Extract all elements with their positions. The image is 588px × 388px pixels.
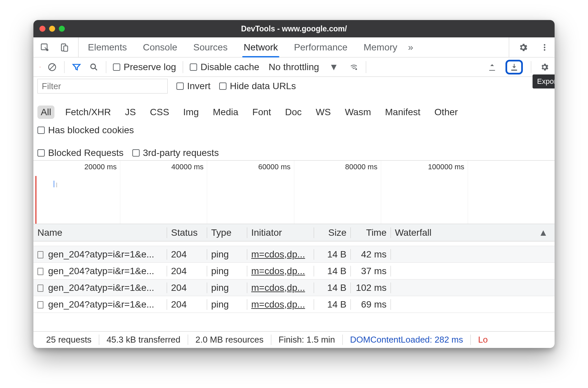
filter-type-font[interactable]: Font (249, 106, 274, 119)
table-row[interactable] (33, 241, 555, 246)
throttling-caret-icon[interactable]: ▼ (328, 62, 339, 72)
filter-type-fetch-xhr[interactable]: Fetch/XHR (62, 106, 114, 119)
cell-type: ping (207, 282, 247, 293)
tab-memory[interactable]: Memory (363, 37, 397, 57)
cell-status: 204 (167, 299, 207, 310)
requests-table-header: Name Status Type Initiator Size Time Wat… (33, 224, 555, 241)
status-dcl: DOMContentLoaded: 282 ms (343, 335, 471, 345)
window-titlebar: DevTools - www.google.com/ (33, 20, 555, 37)
invert-label: Invert (187, 81, 210, 91)
third-party-checkbox[interactable]: 3rd-party requests (132, 148, 219, 158)
col-time[interactable]: Time (351, 227, 391, 238)
table-row[interactable]: gen_204?atyp=i&r=1&e...204pingm=cdos,dp.… (33, 246, 555, 263)
cell-size: 14 B (314, 282, 351, 293)
filter-type-ws[interactable]: WS (312, 106, 334, 119)
filter-type-doc[interactable]: Doc (282, 106, 305, 119)
disable-cache-checkbox[interactable]: Disable cache (190, 62, 259, 72)
status-transferred: 45.3 kB transferred (99, 335, 188, 345)
window-title: DevTools - www.google.com/ (33, 24, 555, 33)
has-blocked-cookies-label: Has blocked cookies (48, 125, 134, 136)
timeline-bar (53, 181, 54, 187)
disable-cache-label: Disable cache (200, 62, 259, 72)
timeline-bar (56, 183, 57, 187)
filter-type-img[interactable]: Img (180, 106, 202, 119)
timeline-tick: 80000 ms (345, 163, 378, 171)
hide-data-urls-label: Hide data URLs (230, 81, 296, 91)
filter-type-js[interactable]: JS (122, 106, 139, 119)
table-row[interactable]: gen_204?atyp=i&r=1&e...204pingm=cdos,dp.… (33, 296, 555, 313)
col-size[interactable]: Size (314, 227, 351, 238)
status-finish: Finish: 1.5 min (271, 335, 343, 345)
col-waterfall[interactable]: Waterfall▲ (391, 227, 555, 238)
throttling-select[interactable]: No throttling (269, 62, 319, 72)
cell-type: ping (207, 249, 247, 260)
timeline-cursor (35, 176, 36, 224)
table-row[interactable]: gen_204?atyp=i&r=1&e...204pingm=cdos,dp.… (33, 263, 555, 279)
timeline-tick: 40000 ms (171, 163, 204, 171)
timeline-overview[interactable]: 20000 ms40000 ms60000 ms80000 ms100000 m… (33, 161, 555, 224)
filter-type-other[interactable]: Other (431, 106, 461, 119)
tab-elements[interactable]: Elements (88, 37, 127, 57)
filter-type-wasm[interactable]: Wasm (341, 106, 374, 119)
filter-type-css[interactable]: CSS (147, 106, 173, 119)
file-icon (37, 251, 43, 258)
preserve-log-checkbox[interactable]: Preserve log (113, 62, 176, 72)
settings-gear-icon[interactable] (517, 41, 529, 53)
status-resources: 2.0 MB resources (188, 335, 271, 345)
tab-sources[interactable]: Sources (193, 37, 228, 57)
cell-initiator[interactable]: m=cdos,dp... (251, 266, 305, 276)
filter-bar: Invert Hide data URLs AllFetch/XHRJSCSSI… (33, 77, 555, 161)
filter-input[interactable] (37, 79, 168, 93)
network-settings-gear-icon[interactable] (539, 62, 550, 72)
tab-performance[interactable]: Performance (294, 37, 347, 57)
svg-point-4 (544, 46, 546, 48)
status-bar: 25 requests 45.3 kB transferred 2.0 MB r… (33, 331, 555, 348)
timeline-tick: 60000 ms (258, 163, 291, 171)
filter-type-manifest[interactable]: Manifest (382, 106, 424, 119)
separator (183, 61, 183, 73)
cell-status: 204 (167, 266, 207, 276)
table-row[interactable]: gen_204?atyp=i&r=1&e...204pingm=cdos,dp.… (33, 279, 555, 296)
import-har-icon[interactable] (487, 62, 497, 72)
tab-console[interactable]: Console (143, 37, 177, 57)
separator (531, 61, 531, 73)
blocked-requests-label: Blocked Requests (48, 148, 124, 158)
hide-data-urls-checkbox[interactable]: Hide data URLs (219, 81, 296, 91)
tab-network[interactable]: Network (244, 37, 278, 57)
main-tabbar: ElementsConsoleSourcesNetworkPerformance… (33, 37, 555, 57)
device-toolbar-icon[interactable] (58, 41, 70, 53)
has-blocked-cookies-checkbox[interactable]: Has blocked cookies (37, 125, 134, 136)
export-har-button[interactable] (505, 60, 523, 74)
filter-funnel-icon[interactable] (71, 62, 82, 72)
network-conditions-icon[interactable] (348, 62, 359, 72)
col-type[interactable]: Type (207, 227, 247, 238)
cell-initiator[interactable]: m=cdos,dp... (251, 249, 305, 259)
cell-name: gen_204?atyp=i&r=1&e... (48, 249, 154, 259)
kebab-menu-icon[interactable] (539, 41, 551, 53)
timeline-tick: 20000 ms (85, 163, 117, 171)
more-tabs-icon[interactable]: » (408, 42, 413, 53)
filter-type-all[interactable]: All (37, 106, 54, 119)
file-icon (37, 301, 43, 309)
status-requests: 25 requests (39, 335, 99, 345)
file-icon (37, 268, 43, 275)
blocked-requests-checkbox[interactable]: Blocked Requests (37, 148, 124, 158)
filter-type-media[interactable]: Media (209, 106, 242, 119)
cell-initiator[interactable]: m=cdos,dp... (251, 282, 305, 293)
separator (366, 61, 366, 73)
clear-log-icon[interactable] (47, 62, 57, 72)
cell-initiator[interactable]: m=cdos,dp... (251, 299, 305, 310)
col-name[interactable]: Name (33, 227, 167, 238)
invert-checkbox[interactable]: Invert (176, 81, 210, 91)
cell-size: 14 B (314, 249, 351, 260)
separator (64, 61, 64, 73)
sort-asc-icon: ▲ (539, 227, 548, 238)
svg-point-8 (355, 68, 357, 70)
col-initiator[interactable]: Initiator (247, 227, 314, 238)
col-status[interactable]: Status (167, 227, 207, 238)
svg-point-5 (544, 49, 546, 51)
search-icon[interactable] (89, 62, 99, 72)
status-load: Lo (471, 335, 495, 345)
requests-table-body: gen_204?atyp=i&r=1&e...204pingm=cdos,dp.… (33, 241, 555, 331)
inspect-element-icon[interactable] (39, 41, 51, 53)
